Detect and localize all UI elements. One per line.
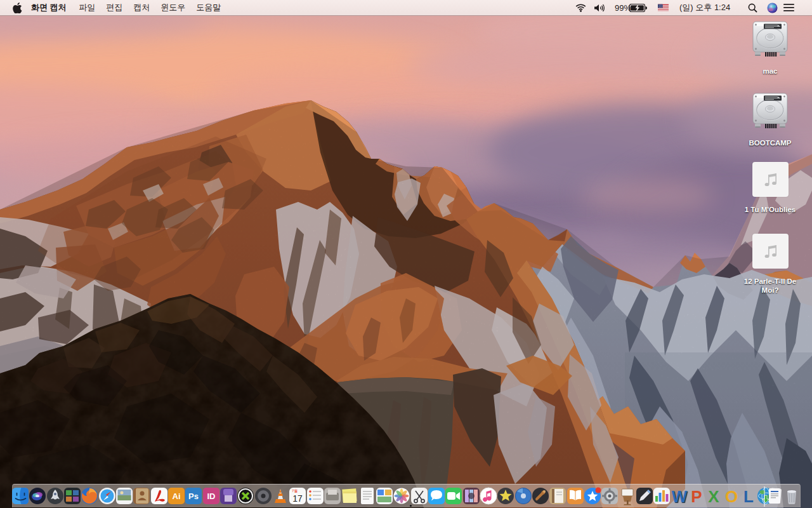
svg-text:W: W (671, 487, 687, 505)
svg-text:P: P (691, 487, 702, 505)
svg-text:17: 17 (292, 493, 303, 504)
svg-text:ID: ID (207, 491, 215, 501)
svg-text:Ps: Ps (188, 491, 199, 501)
svg-text:7월: 7월 (292, 489, 298, 493)
svg-text:O: O (724, 487, 737, 505)
svg-text:X: X (709, 487, 720, 505)
svg-text:Ai: Ai (172, 491, 180, 501)
svg-text:L: L (743, 487, 754, 505)
